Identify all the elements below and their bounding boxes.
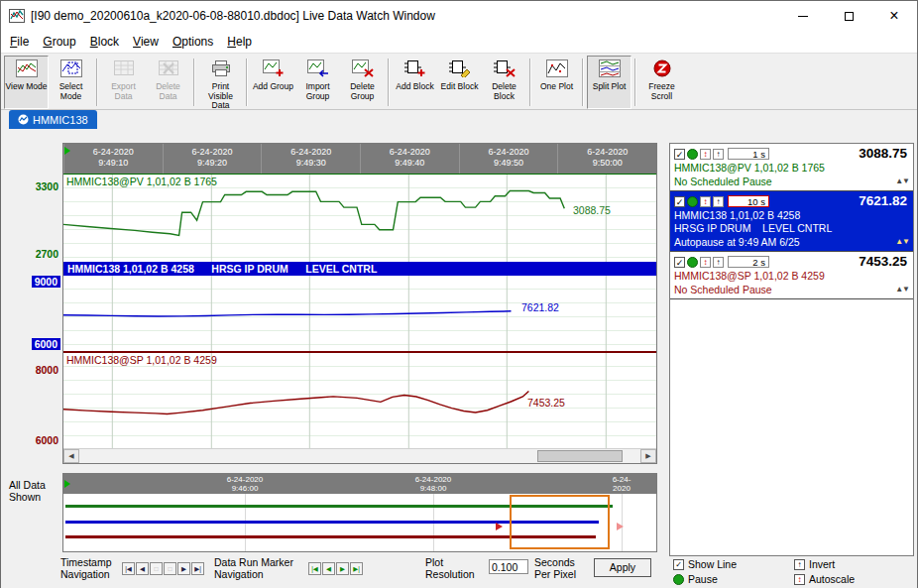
timestamp-prev-button[interactable]: ◀	[136, 562, 149, 575]
view-mode-icon	[16, 59, 38, 80]
pause-legend-icon	[673, 574, 684, 585]
pause-indicator-icon[interactable]	[687, 196, 698, 207]
view-mode-button[interactable]: View Mode	[4, 56, 49, 109]
selected-plot-title-bar[interactable]: HMMIC138 1,01,02 B 4258 HRSG IP DRUM LEV…	[63, 262, 656, 276]
legend-show-line: ✓ Show Line	[673, 558, 737, 570]
app-window: [I90 demo_20200610a_k2020-06-08-88010.db…	[0, 0, 918, 588]
timestamp-first-button[interactable]: |◀	[122, 562, 135, 575]
watch-item-cntrl[interactable]: ✓ ↕ ↑ 10 s 7621.82 HMMIC138 1,01,02 B 42…	[670, 191, 913, 252]
sp-series-label: HMMIC138@SP 1,01,02 B 4259	[66, 354, 217, 366]
menu-file[interactable]: File	[3, 33, 36, 51]
timestamp-page-back-button[interactable]: □	[150, 562, 163, 575]
invert-icon[interactable]: ↑	[713, 257, 724, 268]
sp-trend-line	[63, 353, 656, 448]
plot-pv: HMMIC138@PV 1,01,02 B 1765 3088.75	[63, 174, 656, 262]
close-button[interactable]: ×	[871, 1, 917, 31]
plot-area[interactable]: 6-24-2020 9:49:10 6-24-2020 9:49:20 6-24…	[62, 143, 657, 464]
horizontal-scrollbar[interactable]: ◀ ▶	[63, 448, 656, 463]
autoscale-icon[interactable]: ↕	[700, 149, 711, 160]
timestamp-last-button[interactable]: ▶|	[191, 562, 204, 575]
apply-button[interactable]: Apply	[594, 558, 651, 577]
main-area: 3300 2700 9000 6000 8000 6000 6-24-2020 …	[1, 130, 917, 588]
overview-section: All Data Shown 6-24-2020 9:46:00 6-24-20…	[9, 473, 657, 553]
reorder-arrows-icon[interactable]: ▲▼	[895, 175, 909, 188]
timestamp-next-button[interactable]: ▶	[177, 562, 190, 575]
pause-status: No Scheduled Pause ▲▼	[674, 175, 909, 188]
marker-first-button[interactable]: |◀	[308, 562, 321, 575]
pause-status: No Scheduled Pause ▲▼	[674, 283, 909, 296]
menu-view[interactable]: View	[126, 33, 166, 51]
show-line-checkbox[interactable]: ✓	[674, 149, 685, 160]
units-label: Seconds Per Pixel	[534, 556, 576, 580]
block-descriptor: HMMIC138@SP 1,01,02 B 4259	[674, 270, 909, 283]
show-line-checkbox[interactable]: ✓	[674, 257, 685, 268]
add-block-button[interactable]: Add Block	[393, 56, 437, 109]
pause-indicator-icon[interactable]	[687, 257, 698, 268]
watch-item-sp[interactable]: ✓ ↕ ↑ 2 s 7453.25 HMMIC138@SP 1,01,02 B …	[670, 252, 913, 299]
overview-start-marker-icon	[64, 480, 70, 488]
autoscale-icon[interactable]: ↕	[700, 257, 711, 268]
toolbar-separator	[529, 59, 531, 106]
add-group-button[interactable]: Add Group	[251, 56, 295, 109]
import-group-icon	[307, 59, 329, 80]
visible-range-selection-box[interactable]	[510, 495, 610, 549]
maximize-button[interactable]	[826, 1, 871, 31]
menu-block[interactable]: Block	[83, 33, 126, 51]
current-value: 7453.25	[859, 254, 907, 269]
reorder-arrows-icon[interactable]: ▲▼	[895, 283, 909, 296]
pv-series-label: HMMIC138@PV 1,01,02 B 1765	[66, 176, 217, 187]
menu-bar: File Group Block View Options Help	[1, 31, 917, 53]
scrollbar-thumb[interactable]	[537, 450, 623, 462]
menu-group[interactable]: Group	[36, 33, 82, 51]
freeze-scroll-icon	[651, 59, 673, 80]
scroll-left-button[interactable]: ◀	[63, 449, 79, 463]
time-tick: 6-24-2020 9:50:00	[557, 144, 656, 174]
import-group-button[interactable]: Import Group	[295, 56, 340, 109]
view-range-right-marker-icon[interactable]	[617, 523, 624, 530]
pause-indicator-icon[interactable]	[687, 149, 698, 160]
toolbar: View Mode Select Mode Export Data Delete…	[1, 53, 917, 110]
invert-icon[interactable]: ↑	[713, 196, 724, 207]
tab-strip: HMMIC138	[1, 110, 917, 130]
edit-block-button[interactable]: Edit Block	[437, 56, 482, 109]
plot-frame: 3300 2700 9000 6000 8000 6000 6-24-2020 …	[9, 143, 657, 466]
freeze-scroll-button[interactable]: Freeze Scroll	[639, 56, 684, 109]
overview-tick: 6-24-2020 9:46:00	[227, 475, 263, 493]
print-visible-data-button[interactable]: Print Visible Data	[198, 56, 243, 109]
y-tick: 8000	[36, 364, 58, 376]
split-plot-button[interactable]: Split Plot	[587, 56, 631, 109]
watch-item-pv[interactable]: ✓ ↕ ↑ 1 s 3088.75 HMMIC138@PV 1,01,02 B …	[670, 144, 913, 191]
overview-body[interactable]	[63, 494, 656, 551]
menu-options[interactable]: Options	[166, 33, 220, 51]
reorder-arrows-icon[interactable]: ▲▼	[895, 235, 909, 249]
sample-rate-box[interactable]: 1 s	[728, 148, 769, 160]
one-plot-icon	[546, 59, 568, 80]
overview-plot[interactable]: 6-24-2020 9:46:00 6-24-2020 9:48:00 6-24…	[62, 473, 657, 552]
tab-hmmic138[interactable]: HMMIC138	[9, 110, 97, 129]
add-block-icon	[404, 59, 426, 80]
time-tick: 6-24-2020 9:49:30	[261, 144, 360, 174]
resolution-input[interactable]	[489, 559, 528, 574]
select-mode-button[interactable]: Select Mode	[49, 56, 93, 109]
menu-help[interactable]: Help	[220, 33, 259, 51]
time-tick: 6-24-2020 9:49:10	[63, 144, 163, 174]
pv-trend-line	[63, 175, 656, 263]
current-value: 3088.75	[859, 146, 907, 161]
sample-rate-box[interactable]: 2 s	[728, 256, 769, 268]
marker-last-button[interactable]: ▶|	[350, 562, 363, 575]
marker-prev-button[interactable]: ◀	[322, 562, 335, 575]
scroll-right-button[interactable]: ▶	[640, 449, 656, 463]
invert-icon[interactable]: ↑	[713, 149, 724, 160]
timestamp-page-fwd-button[interactable]: □	[164, 562, 176, 575]
marker-nav-label: Data Run Marker Navigation	[214, 556, 293, 580]
marker-next-button[interactable]: ▶	[336, 562, 349, 575]
delete-group-button[interactable]: Delete Group	[340, 56, 385, 109]
view-range-left-marker-icon[interactable]	[496, 523, 503, 530]
autoscale-icon[interactable]: ↕	[700, 196, 711, 207]
sample-rate-box[interactable]: 10 s	[728, 195, 769, 207]
delete-block-button[interactable]: Delete Block	[482, 56, 526, 109]
one-plot-button[interactable]: One Plot	[534, 56, 579, 109]
overview-tick: 6-24-2020 9:48:00	[415, 475, 451, 493]
minimize-button[interactable]	[780, 1, 826, 31]
show-line-checkbox[interactable]: ✓	[674, 196, 685, 207]
